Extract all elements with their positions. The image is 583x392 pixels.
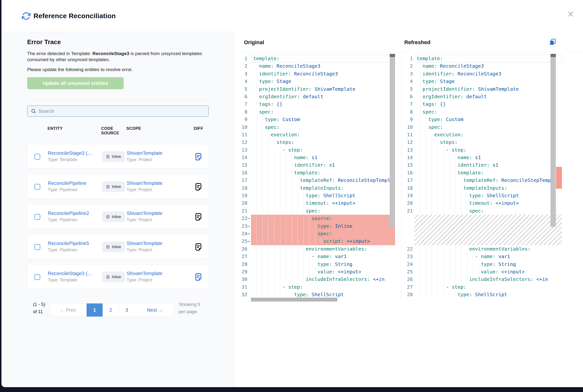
row-checkbox[interactable]	[34, 184, 40, 190]
code-line: 11 execution:	[402, 131, 562, 138]
code-line: 9 type: Custom	[402, 116, 562, 123]
code-line: 13 - step:	[402, 146, 562, 154]
code-line: 1template:	[402, 55, 562, 62]
error-template-name: ReconcileStage3	[92, 51, 129, 56]
entity-rows: ReconcileStage3 (... Type: Template Inli…	[27, 144, 209, 294]
close-icon[interactable]	[567, 10, 575, 18]
code-line: 23− type: Inline	[234, 222, 395, 230]
scope-link[interactable]: ShivamTemplate	[127, 210, 162, 216]
diff-icon[interactable]	[194, 152, 203, 161]
deleted-line-marker: −	[247, 230, 251, 238]
scope-type: Type: Project	[127, 156, 162, 163]
prev-page-button[interactable]: ← Prev	[49, 304, 86, 316]
code-line: 7 tags: {}	[402, 100, 562, 108]
dialog-header: Reference Reconciliation	[1, 0, 583, 32]
diff-header: Original Refreshed	[234, 32, 583, 52]
code-source-badge: Inline	[102, 182, 125, 192]
code-line: 26 includeInfraSelectors: <+in	[402, 276, 562, 283]
diff-panel: Original Refreshed 1template:2 name: Rec…	[234, 32, 583, 387]
table-row: ReconcileStage3 (... Type: Template Inli…	[27, 264, 209, 289]
code-line: 18 templateInputs:	[402, 184, 562, 192]
code-line: 26 environmentVariables:	[234, 245, 395, 253]
next-page-button[interactable]: Next →	[135, 304, 175, 316]
diff-icon[interactable]	[194, 242, 203, 251]
divider	[27, 100, 209, 100]
code-line: 10 spec:	[234, 124, 395, 131]
scope-type: Type: Project	[127, 277, 162, 283]
page-button-1[interactable]: 1	[86, 304, 103, 316]
original-vertical-scrollbar[interactable]	[390, 54, 395, 227]
row-checkbox[interactable]	[34, 154, 40, 160]
code-line: 14 name: s1	[402, 154, 562, 161]
code-line: 8 spec:	[402, 108, 562, 116]
entity-link[interactable]: ReconcilePipeline	[48, 180, 86, 186]
pane-divider	[401, 52, 401, 300]
code-line: 28 type: String	[234, 260, 395, 268]
page-button-3[interactable]: 3	[119, 304, 135, 316]
update-all-button[interactable]: Update all unsynced entities	[27, 77, 124, 89]
table-row: ReconcileStage3 (... Type: Template Inli…	[27, 144, 209, 169]
code-line: 24− spec:	[234, 230, 395, 238]
page-button-2[interactable]: 2	[103, 304, 119, 316]
diff-icon[interactable]	[194, 273, 203, 282]
code-line: 24 type: String	[402, 260, 562, 268]
column-scope: SCOPE	[126, 126, 141, 131]
original-horizontal-scrollbar[interactable]	[251, 298, 337, 302]
code-source-badge-label: Inline	[112, 215, 121, 219]
row-checkbox[interactable]	[34, 214, 40, 220]
code-line: 30 includeInfraSelectors: <+in	[234, 276, 395, 283]
table-row: ReconcilePipeline2 Type: Pipelines Inlin…	[27, 204, 209, 229]
scope-link[interactable]: ShivamTemplate	[127, 180, 162, 186]
per-page-label: Showing 5 per page	[179, 301, 203, 315]
refreshed-pane-title: Refreshed	[404, 39, 431, 46]
dialog-title: Reference Reconciliation	[33, 12, 116, 20]
code-line: 11 execution:	[234, 131, 395, 138]
code-source-badge-label: Inline	[112, 245, 121, 249]
error-description: The error detected in Template: Reconcil…	[27, 50, 209, 62]
code-line: 4 type: Stage	[402, 78, 562, 85]
code-line: 12 steps:	[234, 138, 395, 146]
refreshed-vertical-scrollbar[interactable]	[551, 54, 556, 227]
database-icon	[106, 245, 110, 249]
row-checkbox[interactable]	[34, 244, 40, 250]
code-line: 2 name: ReconcileStage3	[234, 62, 395, 70]
entity-link[interactable]: ReconcilePipeline2	[48, 210, 89, 216]
entity-link[interactable]: ReconcileStage3 (...	[48, 270, 91, 277]
code-line: 5 projectIdentifier: ShivamTemplate	[402, 86, 562, 93]
code-line: 21 spec:	[234, 207, 395, 215]
code-line: 29 value: <+input>	[234, 268, 395, 276]
code-source-badge-label: Inline	[112, 275, 121, 279]
code-line: 20 timeout: <+input>	[402, 200, 562, 207]
scope-type: Type: Project	[127, 186, 162, 193]
database-icon	[106, 215, 110, 219]
code-line: 13 - step:	[234, 146, 395, 154]
row-checkbox[interactable]	[34, 274, 40, 280]
pagination: (1 - 5) of 11 ← Prev 123 Next → Showing …	[27, 298, 209, 330]
scope-link[interactable]: ShivamTemplate	[127, 150, 162, 156]
entity-link[interactable]: ReconcilePipeline5	[48, 240, 89, 247]
code-source-badge: Inline	[102, 151, 125, 162]
scope-link[interactable]: ShivamTemplate	[127, 270, 162, 277]
page-buttons: 123	[86, 304, 135, 316]
code-line: 32 type: ShellScript	[234, 291, 395, 298]
column-diff: DIFF	[194, 126, 203, 131]
sync-icon	[22, 12, 30, 20]
diff-icon[interactable]	[194, 212, 203, 221]
diff-icon[interactable]	[194, 182, 203, 191]
code-line: 22 environmentVariables:	[402, 245, 562, 253]
search-box	[27, 106, 209, 117]
copy-icon[interactable]	[548, 38, 557, 46]
entity-link[interactable]: ReconcileStage3 (...	[48, 150, 91, 156]
search-icon	[31, 108, 36, 114]
search-input[interactable]	[38, 108, 205, 114]
error-trace-panel: Error Trace The error detected in Templa…	[27, 32, 209, 387]
entity-type: Type: Template	[48, 277, 91, 283]
code-line: 23 - name: var1	[402, 253, 562, 260]
entity-type: Type: Template	[48, 156, 91, 163]
code-line: 25− script: <+input>	[234, 238, 395, 245]
scope-link[interactable]: ShivamTemplate	[127, 240, 162, 247]
deleted-line-marker: −	[247, 215, 251, 222]
code-source-badge: Inline	[102, 242, 125, 252]
reference-reconciliation-dialog: Reference Reconciliation Error Trace The…	[1, 0, 583, 387]
code-line: 20 timeout: <+input>	[234, 200, 395, 207]
